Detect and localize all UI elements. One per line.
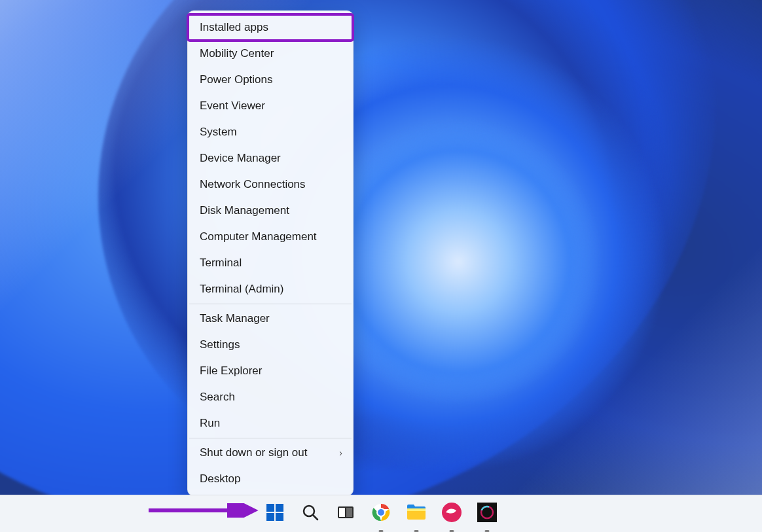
menu-item-search[interactable]: Search bbox=[188, 384, 353, 410]
desktop-wallpaper bbox=[0, 0, 762, 495]
menu-item-event-viewer[interactable]: Event Viewer bbox=[188, 93, 353, 119]
svg-rect-8 bbox=[346, 508, 352, 517]
menu-item-task-manager[interactable]: Task Manager bbox=[188, 306, 353, 332]
menu-item-installed-apps[interactable]: Installed apps bbox=[188, 14, 353, 41]
svg-rect-2 bbox=[266, 513, 274, 521]
menu-item-label: Network Connections bbox=[200, 178, 306, 191]
chrome-button[interactable] bbox=[370, 503, 392, 525]
menu-item-label: Terminal (Admin) bbox=[200, 283, 283, 296]
menu-item-computer-management[interactable]: Computer Management bbox=[188, 224, 353, 250]
menu-separator bbox=[189, 304, 352, 304]
menu-item-label: Terminal bbox=[200, 257, 242, 270]
menu-item-terminal[interactable]: Terminal bbox=[188, 250, 353, 276]
chevron-right-icon: › bbox=[339, 448, 342, 458]
file-explorer-button[interactable] bbox=[405, 503, 427, 525]
menu-item-label: Search bbox=[200, 391, 235, 404]
menu-item-power-options[interactable]: Power Options bbox=[188, 67, 353, 93]
menu-item-label: System bbox=[200, 126, 237, 139]
menu-item-disk-management[interactable]: Disk Management bbox=[188, 198, 353, 224]
menu-item-label: Device Manager bbox=[200, 152, 281, 165]
app-circle-button[interactable] bbox=[476, 503, 498, 525]
menu-item-terminal-admin[interactable]: Terminal (Admin) bbox=[188, 276, 353, 302]
taskbar bbox=[0, 495, 762, 532]
svg-rect-3 bbox=[276, 513, 283, 521]
svg-rect-7 bbox=[339, 508, 345, 517]
menu-item-label: Desktop bbox=[200, 472, 240, 486]
menu-item-label: Settings bbox=[200, 338, 240, 351]
menu-item-settings[interactable]: Settings bbox=[188, 332, 353, 358]
start-button[interactable] bbox=[264, 503, 286, 525]
menu-item-desktop[interactable]: Desktop bbox=[188, 466, 353, 492]
file-explorer-icon bbox=[407, 504, 426, 523]
menu-item-label: Power Options bbox=[200, 73, 273, 86]
svg-line-5 bbox=[313, 515, 318, 520]
menu-item-run[interactable]: Run bbox=[188, 410, 353, 436]
task-view-button[interactable] bbox=[335, 503, 357, 525]
winx-context-menu: Installed appsMobility CenterPower Optio… bbox=[187, 10, 354, 496]
task-view-icon bbox=[336, 503, 355, 524]
menu-item-label: Disk Management bbox=[200, 204, 289, 217]
menu-item-system[interactable]: System bbox=[188, 119, 353, 145]
menu-item-mobility-center[interactable]: Mobility Center bbox=[188, 41, 353, 67]
windows-icon bbox=[266, 503, 284, 524]
svg-rect-0 bbox=[266, 504, 274, 512]
menu-item-label: Mobility Center bbox=[200, 47, 274, 60]
menu-item-label: Run bbox=[200, 417, 220, 430]
svg-rect-1 bbox=[276, 504, 283, 512]
menu-item-label: File Explorer bbox=[200, 364, 262, 378]
menu-item-label: Installed apps bbox=[200, 21, 268, 34]
app-swirl-button[interactable] bbox=[441, 503, 463, 525]
menu-item-device-manager[interactable]: Device Manager bbox=[188, 145, 353, 171]
search-icon bbox=[301, 503, 319, 524]
menu-item-label: Computer Management bbox=[200, 230, 317, 243]
menu-item-network-connections[interactable]: Network Connections bbox=[188, 171, 353, 198]
menu-item-label: Shut down or sign out bbox=[200, 446, 307, 459]
search-button[interactable] bbox=[299, 503, 321, 525]
menu-separator bbox=[189, 438, 352, 438]
menu-item-label: Task Manager bbox=[200, 312, 270, 325]
dark-circle-icon bbox=[477, 503, 497, 525]
svg-rect-12 bbox=[407, 508, 426, 511]
menu-item-shut-down-or-sign-out[interactable]: Shut down or sign out› bbox=[188, 440, 353, 466]
svg-rect-14 bbox=[477, 503, 497, 522]
swirl-icon bbox=[442, 503, 462, 525]
menu-item-label: Event Viewer bbox=[200, 99, 265, 113]
menu-item-file-explorer[interactable]: File Explorer bbox=[188, 358, 353, 384]
chrome-icon bbox=[372, 503, 390, 524]
